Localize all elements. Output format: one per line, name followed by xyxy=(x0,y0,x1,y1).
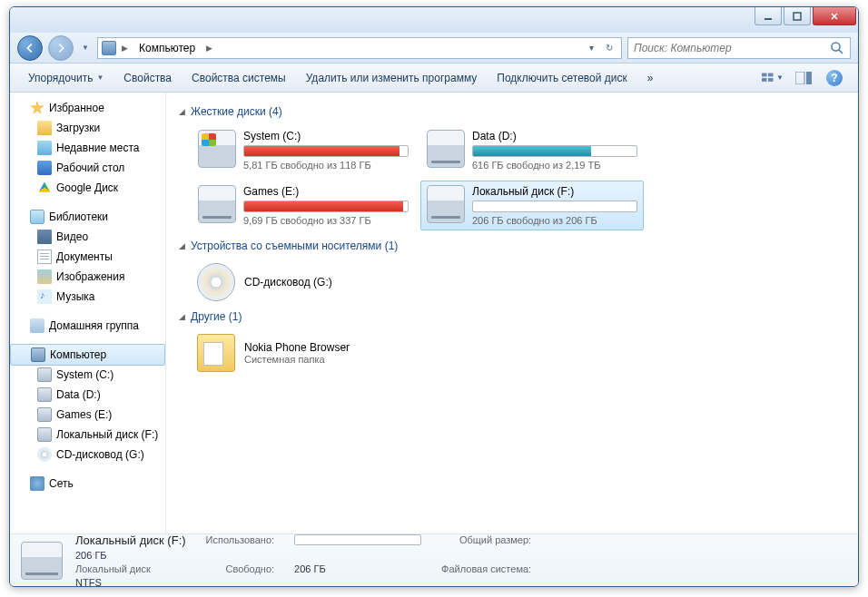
sidebar: Избранное Загрузки Недавние места Рабочи… xyxy=(10,93,166,533)
chevron-right-icon[interactable]: ▶ xyxy=(120,44,130,53)
drive-name: System (C:) xyxy=(243,130,409,142)
drive-name: Games (E:) xyxy=(243,185,409,198)
minimize-button[interactable] xyxy=(755,7,782,25)
maximize-button[interactable] xyxy=(784,7,811,25)
help-button[interactable]: ? xyxy=(824,67,845,89)
sidebar-item-recent[interactable]: Недавние места xyxy=(10,138,165,158)
titlebar xyxy=(10,7,858,33)
drive-usage-bar xyxy=(472,145,637,157)
svg-rect-4 xyxy=(768,73,773,76)
details-title: Локальный диск (F:) xyxy=(75,533,186,547)
sidebar-item-pictures[interactable]: Изображения xyxy=(10,267,165,287)
drive-item[interactable]: Games (E:)9,69 ГБ свободно из 337 ГБ xyxy=(192,181,415,230)
navbar: ▼ ▶ Компьютер ▶ ▾ ↻ xyxy=(10,33,858,64)
back-button[interactable] xyxy=(17,35,43,61)
drive-item[interactable]: System (C:)5,81 ГБ свободно из 118 ГБ xyxy=(192,125,415,175)
drive-free-text: 9,69 ГБ свободно из 337 ГБ xyxy=(243,215,409,226)
svg-rect-1 xyxy=(794,13,801,20)
sidebar-item-drive-d[interactable]: Data (D:) xyxy=(10,385,165,405)
preview-pane-button[interactable] xyxy=(793,67,814,89)
organize-button[interactable]: Упорядочить▼ xyxy=(19,68,113,88)
drive-usage-bar xyxy=(243,145,409,157)
cd-icon xyxy=(37,447,52,462)
gdrive-icon xyxy=(37,181,52,195)
details-type: Локальный диск xyxy=(75,563,186,574)
section-hdd[interactable]: ◢Жесткие диски (4) xyxy=(179,105,845,118)
desktop-icon xyxy=(37,161,52,175)
sidebar-item-cd[interactable]: CD-дисковод (G:) xyxy=(10,445,165,465)
computer-icon xyxy=(102,41,116,55)
search-icon[interactable] xyxy=(830,41,844,55)
folder-icon xyxy=(37,141,52,155)
properties-button[interactable]: Свойства xyxy=(114,68,181,88)
section-removable[interactable]: ◢Устройства со съемными носителями (1) xyxy=(179,240,845,252)
drive-free-text: 5,81 ГБ свободно из 118 ГБ xyxy=(243,160,409,171)
sidebar-item-drive-c[interactable]: System (C:) xyxy=(10,365,165,385)
refresh-button[interactable]: ↻ xyxy=(601,40,617,56)
star-icon xyxy=(30,101,44,115)
sidebar-item-desktop[interactable]: Рабочий стол xyxy=(10,158,165,178)
drive-name: Data (D:) xyxy=(472,130,637,142)
search-box[interactable] xyxy=(627,37,851,59)
sidebar-favorites-head[interactable]: Избранное xyxy=(10,98,165,118)
sidebar-item-videos[interactable]: Видео xyxy=(10,227,165,247)
sidebar-homegroup-head[interactable]: Домашняя группа xyxy=(10,316,165,336)
system-folder-icon xyxy=(197,334,235,372)
drive-name: Локальный диск (F:) xyxy=(472,185,637,198)
history-dropdown[interactable]: ▼ xyxy=(79,40,92,56)
drive-item[interactable]: Локальный диск (F:)206 ГБ свободно из 20… xyxy=(420,181,644,230)
sidebar-network-head[interactable]: Сеть xyxy=(10,474,165,494)
toolbar-overflow[interactable]: » xyxy=(638,68,663,88)
breadcrumb-dropdown[interactable]: ▾ xyxy=(583,40,599,56)
search-input[interactable] xyxy=(634,42,830,54)
forward-button[interactable] xyxy=(48,35,74,61)
toolbar: Упорядочить▼ Свойства Свойства системы У… xyxy=(10,64,858,93)
main-content: ◢Жесткие диски (4) System (C:)5,81 ГБ св… xyxy=(166,93,858,533)
computer-icon xyxy=(31,347,45,362)
drive-icon xyxy=(37,427,52,442)
sidebar-item-drive-f[interactable]: Локальный диск (F:) xyxy=(10,425,165,445)
drive-item-cd[interactable]: CD-дисковод (G:) xyxy=(192,259,845,305)
drive-usage-bar xyxy=(472,201,637,212)
map-drive-button[interactable]: Подключить сетевой диск xyxy=(488,68,636,88)
chevron-right-icon[interactable]: ▶ xyxy=(204,44,214,53)
sidebar-item-downloads[interactable]: Загрузки xyxy=(10,118,165,138)
film-icon xyxy=(37,230,52,244)
sidebar-item-drive-e[interactable]: Games (E:) xyxy=(10,405,165,425)
drive-icon xyxy=(198,185,236,223)
breadcrumb-item[interactable]: Компьютер xyxy=(133,42,201,54)
section-other[interactable]: ◢Другие (1) xyxy=(179,310,845,323)
details-pane: Локальный диск (F:) Использовано: Общий … xyxy=(10,533,858,586)
sidebar-computer-head[interactable]: Компьютер xyxy=(10,344,165,366)
homegroup-icon xyxy=(30,318,44,333)
svg-rect-6 xyxy=(768,78,773,82)
sidebar-item-music[interactable]: Музыка xyxy=(10,287,165,307)
sidebar-item-gdrive[interactable]: Google Диск xyxy=(10,178,165,198)
drive-icon xyxy=(427,130,465,168)
folder-icon xyxy=(37,121,52,135)
sidebar-libraries-head[interactable]: Библиотеки xyxy=(10,207,165,227)
view-options-button[interactable]: ▼ xyxy=(762,67,784,89)
sidebar-item-documents[interactable]: Документы xyxy=(10,247,165,267)
system-properties-button[interactable]: Свойства системы xyxy=(182,68,295,88)
document-icon xyxy=(37,250,52,264)
library-icon xyxy=(30,210,44,224)
drive-item[interactable]: Data (D:)616 ГБ свободно из 2,19 ТБ xyxy=(420,125,644,175)
svg-rect-3 xyxy=(762,73,766,76)
svg-rect-0 xyxy=(764,18,772,20)
usage-bar xyxy=(294,534,421,545)
cd-drive-icon xyxy=(197,263,235,301)
svg-rect-7 xyxy=(795,72,804,84)
network-icon xyxy=(30,476,44,491)
svg-point-2 xyxy=(832,43,840,51)
explorer-window: ▼ ▶ Компьютер ▶ ▾ ↻ Упорядочить▼ Свойств… xyxy=(9,6,859,587)
image-icon xyxy=(37,269,52,284)
other-item-nokia[interactable]: Nokia Phone BrowserСистемная папка xyxy=(192,330,845,376)
drive-icon xyxy=(21,542,63,580)
drive-free-text: 616 ГБ свободно из 2,19 ТБ xyxy=(472,160,637,171)
close-button[interactable] xyxy=(813,7,856,25)
breadcrumb[interactable]: ▶ Компьютер ▶ ▾ ↻ xyxy=(97,37,622,59)
drive-free-text: 206 ГБ свободно из 206 ГБ xyxy=(472,215,637,226)
music-icon xyxy=(37,289,52,304)
uninstall-button[interactable]: Удалить или изменить программу xyxy=(297,68,487,88)
